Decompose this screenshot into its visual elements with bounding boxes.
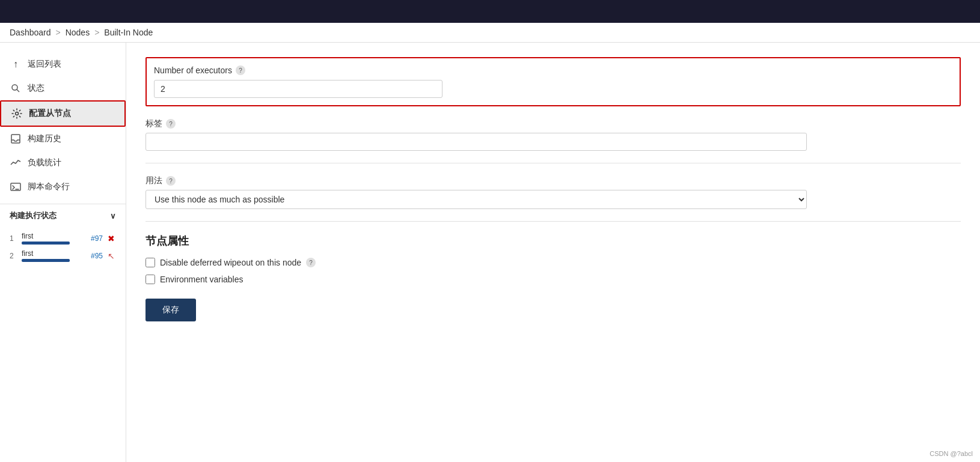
disable-wipeout-checkbox[interactable]	[145, 258, 155, 267]
terminal-icon	[10, 181, 22, 193]
usage-select[interactable]: Use this node as much as possible	[145, 190, 807, 209]
executor-name-link-1[interactable]: first	[22, 232, 33, 240]
sidebar-item-back-label: 返回列表	[28, 59, 61, 70]
breadcrumb-nodes[interactable]: Nodes	[66, 28, 90, 37]
executor-section-title: 构建执行状态	[10, 210, 57, 221]
tag-input[interactable]	[145, 133, 807, 151]
sidebar-item-load-stats[interactable]: 负载统计	[0, 151, 126, 175]
executor-num-2: 2	[10, 252, 18, 260]
sidebar-item-status[interactable]: 状态	[0, 76, 126, 100]
disable-wipeout-label: Disable deferred wipeout on this node	[160, 258, 301, 267]
topbar	[0, 0, 980, 23]
executor-section: 构建执行状态 ∨ 1 first #97 ✖ 2	[0, 204, 126, 267]
svg-point-2	[16, 112, 19, 115]
usage-help-icon[interactable]: ?	[166, 176, 176, 186]
executor-name-1: first	[22, 232, 87, 245]
tag-label: 标签	[145, 118, 162, 129]
layout: ↑ 返回列表 状态 配置从节点	[0, 43, 980, 462]
breadcrumb-dashboard[interactable]: Dashboard	[10, 28, 51, 37]
breadcrumb-sep-2: >	[94, 28, 99, 37]
node-properties-heading: 节点属性	[145, 234, 961, 248]
tag-label-row: 标签 ?	[145, 118, 961, 129]
sidebar-item-configure-label: 配置从节点	[29, 108, 71, 119]
back-icon: ↑	[10, 58, 22, 70]
executor-count-label-row: Number of executors ?	[154, 65, 952, 75]
executor-count-label: Number of executors	[154, 65, 232, 75]
usage-label: 用法	[145, 175, 162, 186]
sidebar-item-back[interactable]: ↑ 返回列表	[0, 52, 126, 76]
executor-chevron-icon: ∨	[110, 211, 116, 220]
env-vars-row: Environment variables	[145, 275, 961, 284]
svg-point-0	[12, 85, 17, 90]
sidebar-item-load-stats-label: 负载统计	[28, 157, 61, 168]
sidebar-item-configure[interactable]: 配置从节点	[0, 100, 126, 127]
chart-icon	[10, 157, 22, 169]
save-button[interactable]: 保存	[145, 299, 196, 321]
executor-name-link-2[interactable]: first	[22, 249, 33, 258]
env-vars-label: Environment variables	[160, 275, 243, 284]
executor-num-1: 1	[10, 234, 18, 243]
svg-rect-3	[11, 135, 20, 143]
executor-count-section: Number of executors ?	[145, 57, 961, 106]
sidebar-item-status-label: 状态	[28, 83, 44, 94]
executor-name-2: first	[22, 249, 87, 262]
divider-1	[145, 163, 961, 163]
env-vars-checkbox[interactable]	[145, 275, 155, 284]
main-content: Number of executors ? 标签 ? 用法 ? Use this…	[126, 43, 980, 462]
usage-section: 用法 ? Use this node as much as possible	[145, 175, 961, 209]
executor-bar-1	[22, 242, 70, 245]
sidebar-item-build-history-label: 构建历史	[28, 133, 61, 144]
sidebar-item-build-history[interactable]: 构建历史	[0, 127, 126, 151]
executor-row-2: 2 first #95 ↖	[10, 247, 116, 264]
executor-count-help-icon[interactable]: ?	[236, 65, 245, 75]
executor-status-icon-2: ↖	[106, 251, 116, 261]
divider-2	[145, 221, 961, 222]
disable-wipeout-row: Disable deferred wipeout on this node ?	[145, 258, 961, 267]
executor-build-link-2[interactable]: #95	[91, 252, 103, 260]
breadcrumb-sep-1: >	[56, 28, 61, 37]
executor-build-link-1[interactable]: #97	[91, 234, 103, 243]
usage-label-row: 用法 ?	[145, 175, 961, 186]
gear-icon	[11, 108, 23, 120]
executor-row-1: 1 first #97 ✖	[10, 229, 116, 247]
executor-bar-2	[22, 259, 70, 262]
tag-section: 标签 ?	[145, 118, 961, 151]
sidebar: ↑ 返回列表 状态 配置从节点	[0, 43, 126, 462]
disable-wipeout-help-icon[interactable]: ?	[306, 258, 316, 267]
executor-list: 1 first #97 ✖ 2 first #95 ↖	[0, 227, 126, 267]
executor-count-input[interactable]	[154, 80, 443, 98]
breadcrumb: Dashboard > Nodes > Built-In Node	[0, 23, 980, 43]
sidebar-item-script-console-label: 脚本命令行	[28, 181, 70, 192]
executor-status-icon-1: ✖	[106, 234, 116, 243]
sidebar-item-script-console[interactable]: 脚本命令行	[0, 175, 126, 199]
svg-line-1	[17, 90, 19, 92]
inbox-icon	[10, 133, 22, 145]
search-icon	[10, 82, 22, 94]
tag-help-icon[interactable]: ?	[166, 119, 176, 129]
breadcrumb-built-in-node: Built-In Node	[104, 28, 153, 37]
watermark: CSDN @?abcl	[929, 450, 973, 457]
node-properties-section: 节点属性 Disable deferred wipeout on this no…	[145, 234, 961, 284]
executor-section-header[interactable]: 构建执行状态 ∨	[0, 204, 126, 227]
